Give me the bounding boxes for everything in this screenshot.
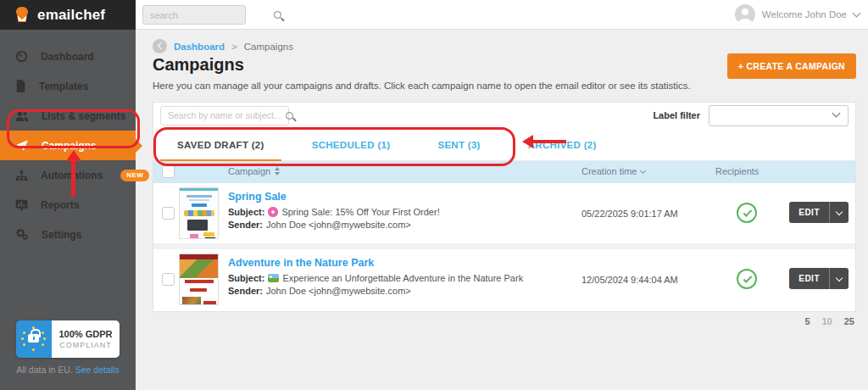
sidebar-item-settings[interactable]: Settings [0,220,136,249]
sender-label: Sender: [228,286,263,296]
edit-dropdown-toggle[interactable] [830,202,849,223]
sidebar-item-dashboard[interactable]: Dashboard [0,42,136,71]
campaign-title-link[interactable]: Spring Sale [228,191,440,203]
edit-dropdown-toggle[interactable] [830,268,849,289]
table-header: Campaign Creation time Recipients [153,161,855,183]
tab-scheduled[interactable]: SCHEDULED (1) [300,130,403,160]
row-checkbox[interactable] [162,273,175,286]
sender-text: John Doe <john@mywebsite.com> [266,220,411,230]
breadcrumb-separator: > [231,42,237,52]
column-recipients: Recipients [715,166,759,176]
sidebar-item-reports[interactable]: Reports [0,190,136,220]
campaign-title-link[interactable]: Adventure in the Nature Park [228,257,523,269]
file-icon [15,80,26,92]
park-picture-emoji [268,274,279,282]
top-bar: emailchef Welcome John Doe [0,0,868,30]
new-badge: NEW [120,170,149,181]
edit-split-button: EDIT [789,202,849,223]
dashboard-gauge-icon [15,50,28,63]
sidebar: Dashboard Templates Lists & segments Cam… [0,30,136,390]
campaign-search-input[interactable] [161,110,286,120]
chevron-down-icon [853,9,861,18]
chevron-down-icon [836,208,843,214]
subject-text: Spring Sale: 15% Off Your First Order! [281,207,439,217]
breadcrumb-dashboard-link[interactable]: Dashboard [174,42,225,52]
subject-label: Subject: [228,273,264,283]
campaign-thumbnail[interactable] [179,254,219,305]
pink-flower-emoji [268,207,278,217]
brand-name: emailchef [37,7,105,24]
page-title: Campaigns [153,55,244,75]
edit-split-button: EDIT [789,268,849,289]
user-menu[interactable]: Welcome John Doe [735,4,860,25]
sidebar-item-campaigns[interactable]: Campaigns [0,131,136,160]
creation-time: 12/05/2024 9:44:04 AM [581,275,678,285]
sidebar-item-automations[interactable]: Automations NEW [0,160,136,190]
page-size-selector: 5 10 25 [804,316,854,326]
label-filter-label: Label filter [653,110,700,120]
sidebar-item-templates[interactable]: Templates [0,71,136,101]
edit-button[interactable]: EDIT [789,268,830,289]
global-search [142,5,246,25]
paper-plane-icon [15,139,29,152]
tab-archived[interactable]: ARCHIVED (2) [516,130,609,160]
sidebar-item-label: Automations [41,170,103,181]
subject-text: Experience an Unforgettable Adventure in… [282,273,523,283]
row-checkbox[interactable] [162,207,175,220]
active-item-arrow [135,138,142,153]
recipients-ok-icon [737,269,757,289]
sender-label: Sender: [228,220,263,230]
gdpr-footer-text: All data in EU. [16,365,73,375]
page-description: Here you can manage all your campaigns a… [153,81,691,91]
chart-icon [15,199,28,211]
campaign-tabs: SAVED DRAFT (2) SCHEDULED (1) SENT (3) A… [153,130,855,161]
sidebar-item-label: Dashboard [41,51,94,63]
sidebar-item-label: Templates [39,81,88,92]
campaign-search [160,106,289,125]
gdpr-see-details-link[interactable]: See details [75,365,120,375]
gdpr-badge-area: 100% GDPR COMPLIANT All data in EU. See … [0,320,136,375]
gdpr-badge: 100% GDPR COMPLIANT [16,320,120,358]
campaign-row: Adventure in the Nature Park Subject: Ex… [153,249,855,309]
breadcrumb: Dashboard > Campaigns [153,39,293,53]
chevron-down-icon [832,109,841,117]
tab-sent[interactable]: SENT (3) [426,130,492,160]
search-icon[interactable] [286,112,293,120]
tab-saved-draft[interactable]: SAVED DRAFT (2) [165,130,276,160]
campaign-thumbnail[interactable] [179,187,219,239]
sitemap-icon [15,170,28,181]
sidebar-item-label: Settings [42,229,81,241]
campaign-row: Spring Sale Subject: Spring Sale: 15% Of… [153,183,855,243]
sidebar-item-lists-segments[interactable]: Lists & segments [0,101,136,131]
edit-button[interactable]: EDIT [789,202,830,223]
breadcrumb-home-icon[interactable] [153,39,167,53]
avatar [735,4,755,25]
row-divider [153,243,855,249]
page-size-25[interactable]: 25 [844,316,854,326]
select-all-checkbox[interactable] [162,165,175,178]
creation-time: 05/22/2025 9:01:17 AM [581,209,678,219]
gears-icon [15,228,29,241]
column-campaign: Campaign [228,166,270,176]
sender-text: John Doe <john@mywebsite.com> [266,286,411,296]
chef-hat-icon [12,6,32,25]
search-icon[interactable] [274,11,281,19]
gdpr-line1: 100% GDPR [59,329,113,339]
campaigns-panel: Label filter SAVED DRAFT (2) SCHEDULED (… [153,102,856,312]
sidebar-item-label: Campaigns [42,140,97,152]
column-creation-time[interactable]: Creation time [581,166,637,176]
recipients-ok-icon [737,203,757,223]
sort-desc-icon [640,167,646,173]
global-search-input[interactable] [143,10,274,20]
label-filter-select[interactable] [709,105,849,126]
people-icon [15,110,29,122]
main-content: Dashboard > Campaigns Campaigns Here you… [136,30,868,390]
gdpr-line2: COMPLIANT [59,341,112,349]
create-campaign-button[interactable]: + CREATE A CAMPAIGN [727,53,856,79]
page-size-5[interactable]: 5 [804,316,810,326]
page-size-10[interactable]: 10 [822,316,832,326]
sort-icon[interactable] [275,167,280,176]
brand-logo[interactable]: emailchef [0,0,136,30]
sidebar-item-label: Lists & segments [42,110,125,122]
chevron-down-icon [836,274,843,281]
